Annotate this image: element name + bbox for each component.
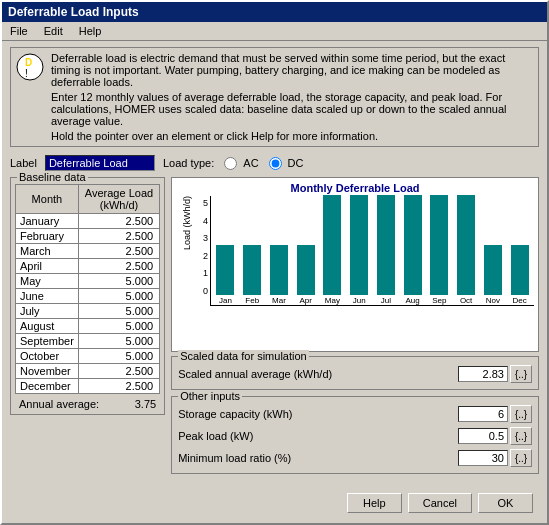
month-name-0: January bbox=[16, 214, 79, 229]
table-container: Month Average Load(kWh/d) January2.500Fe… bbox=[15, 184, 160, 394]
cancel-button[interactable]: Cancel bbox=[408, 493, 472, 513]
bar-1 bbox=[243, 245, 261, 295]
info-text: Deferrable load is electric demand that … bbox=[51, 52, 534, 142]
chart-title: Monthly Deferrable Load bbox=[176, 182, 534, 194]
other-input-row-0: Storage capacity (kWh){..} bbox=[178, 405, 532, 423]
col-month: Month bbox=[16, 185, 79, 214]
ac-radio-group: AC bbox=[222, 157, 258, 170]
table-row: April2.500 bbox=[16, 259, 160, 274]
month-value-9: 5.000 bbox=[78, 349, 159, 364]
label-row: Label Load type: AC DC bbox=[10, 155, 539, 171]
info-text-2: Enter 12 monthly values of average defer… bbox=[51, 91, 534, 127]
ok-button[interactable]: OK bbox=[478, 493, 533, 513]
bar-group-0: Jan bbox=[213, 245, 238, 305]
month-value-3: 2.500 bbox=[78, 259, 159, 274]
baseline-group: Baseline data Month Average Load(kWh/d) … bbox=[10, 177, 165, 415]
main-window: Deferrable Load Inputs File Edit Help D … bbox=[0, 0, 549, 525]
baseline-group-label: Baseline data bbox=[17, 171, 88, 183]
bar-group-5: Jun bbox=[347, 195, 372, 305]
annual-value: 3.75 bbox=[135, 398, 156, 410]
help-button[interactable]: Help bbox=[347, 493, 402, 513]
bar-label-6: Jul bbox=[381, 296, 391, 305]
bar-group-8: Sep bbox=[427, 195, 452, 305]
scaled-row: Scaled annual average (kWh/d) {..} bbox=[178, 365, 532, 383]
month-name-4: May bbox=[16, 274, 79, 289]
month-value-4: 5.000 bbox=[78, 274, 159, 289]
chart-area: Monthly Deferrable Load Load (kWh/d) 5 4… bbox=[171, 177, 539, 352]
menu-help[interactable]: Help bbox=[75, 24, 106, 38]
bar-label-2: Mar bbox=[272, 296, 286, 305]
table-row: May5.000 bbox=[16, 274, 160, 289]
bar-0 bbox=[216, 245, 234, 295]
scaled-value-input[interactable] bbox=[458, 366, 508, 382]
month-value-5: 5.000 bbox=[78, 289, 159, 304]
other-ellipsis-btn-2[interactable]: {..} bbox=[510, 449, 532, 467]
bar-label-7: Aug bbox=[406, 296, 420, 305]
load-type-label: Load type: bbox=[163, 157, 214, 169]
main-area: Baseline data Month Average Load(kWh/d) … bbox=[10, 177, 539, 483]
month-name-11: December bbox=[16, 379, 79, 394]
other-input-group-1: {..} bbox=[458, 427, 532, 445]
month-name-1: February bbox=[16, 229, 79, 244]
other-section-label: Other inputs bbox=[178, 390, 242, 402]
other-value-input-2[interactable] bbox=[458, 450, 508, 466]
month-name-6: July bbox=[16, 304, 79, 319]
bar-label-8: Sep bbox=[432, 296, 446, 305]
bar-label-9: Oct bbox=[460, 296, 472, 305]
y-label-0: 0 bbox=[203, 286, 208, 296]
scaled-input-group: {..} bbox=[458, 365, 532, 383]
info-icon: D ! bbox=[15, 52, 45, 82]
other-ellipsis-btn-1[interactable]: {..} bbox=[510, 427, 532, 445]
scaled-ellipsis-btn[interactable]: {..} bbox=[510, 365, 532, 383]
table-row: March2.500 bbox=[16, 244, 160, 259]
month-value-10: 2.500 bbox=[78, 364, 159, 379]
menu-file[interactable]: File bbox=[6, 24, 32, 38]
other-ellipsis-btn-0[interactable]: {..} bbox=[510, 405, 532, 423]
info-text-1: Deferrable load is electric demand that … bbox=[51, 52, 534, 88]
y-axis-title: Load (kWh/d) bbox=[182, 196, 192, 250]
svg-text:!: ! bbox=[25, 68, 28, 79]
scaled-section: Scaled data for simulation Scaled annual… bbox=[171, 356, 539, 390]
other-value-input-0[interactable] bbox=[458, 406, 508, 422]
svg-text:D: D bbox=[25, 57, 32, 68]
other-label-2: Minimum load ratio (%) bbox=[178, 452, 291, 464]
info-text-3: Hold the pointer over an element or clic… bbox=[51, 130, 534, 142]
bar-label-5: Jun bbox=[353, 296, 366, 305]
annual-row: Annual average: 3.75 bbox=[15, 396, 160, 412]
dc-radio-group: DC bbox=[267, 157, 304, 170]
menu-edit[interactable]: Edit bbox=[40, 24, 67, 38]
month-name-9: October bbox=[16, 349, 79, 364]
bar-label-0: Jan bbox=[219, 296, 232, 305]
ac-label: AC bbox=[243, 157, 258, 169]
y-label-5: 5 bbox=[203, 198, 208, 208]
ac-radio[interactable] bbox=[224, 157, 237, 170]
month-name-7: August bbox=[16, 319, 79, 334]
annual-label: Annual average: bbox=[19, 398, 99, 410]
bars-container: JanFebMarAprMayJunJulAugSepOctNovDec bbox=[210, 196, 534, 306]
month-name-8: September bbox=[16, 334, 79, 349]
bar-label-4: May bbox=[325, 296, 340, 305]
other-input-row-2: Minimum load ratio (%){..} bbox=[178, 449, 532, 467]
label-input[interactable] bbox=[45, 155, 155, 171]
month-name-3: April bbox=[16, 259, 79, 274]
dc-label: DC bbox=[288, 157, 304, 169]
other-input-row-1: Peak load (kW){..} bbox=[178, 427, 532, 445]
table-row: December2.500 bbox=[16, 379, 160, 394]
left-panel: Baseline data Month Average Load(kWh/d) … bbox=[10, 177, 165, 483]
monthly-table: Month Average Load(kWh/d) January2.500Fe… bbox=[15, 184, 160, 394]
month-name-10: November bbox=[16, 364, 79, 379]
bar-5 bbox=[350, 195, 368, 295]
scaled-row-label: Scaled annual average (kWh/d) bbox=[178, 368, 332, 380]
dc-radio[interactable] bbox=[269, 157, 282, 170]
bar-3 bbox=[297, 245, 315, 295]
table-row: June5.000 bbox=[16, 289, 160, 304]
y-label-1: 1 bbox=[203, 268, 208, 278]
month-value-6: 5.000 bbox=[78, 304, 159, 319]
bar-10 bbox=[484, 245, 502, 295]
bar-group-9: Oct bbox=[454, 195, 479, 305]
other-value-input-1[interactable] bbox=[458, 428, 508, 444]
y-label-3: 3 bbox=[203, 233, 208, 243]
month-value-2: 2.500 bbox=[78, 244, 159, 259]
bar-6 bbox=[377, 195, 395, 295]
bar-label-11: Dec bbox=[512, 296, 526, 305]
